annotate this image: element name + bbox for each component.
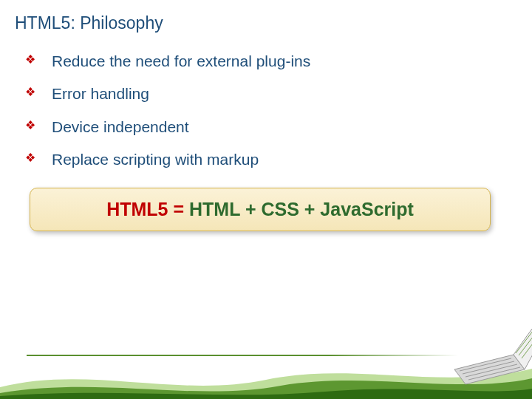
list-item: Reduce the need for external plug-ins <box>25 51 505 72</box>
highlight-rest: HTML + CSS + JavaScript <box>189 199 414 219</box>
decorative-wave <box>0 358 532 399</box>
highlight-lead: HTML5 = <box>106 199 189 219</box>
list-item: Device independent <box>25 117 505 137</box>
svg-line-6 <box>463 361 514 374</box>
svg-line-7 <box>466 364 517 377</box>
list-item: Error handling <box>25 83 505 104</box>
svg-line-5 <box>460 358 511 371</box>
svg-marker-0 <box>454 355 525 384</box>
svg-line-8 <box>468 367 520 380</box>
footer-rule <box>27 355 458 356</box>
bullet-list: Reduce the need for external plug-ins Er… <box>15 51 505 170</box>
slide: HTML5: Philosophy Reduce the need for ex… <box>0 0 532 399</box>
svg-line-4 <box>522 338 532 358</box>
svg-marker-1 <box>514 329 532 369</box>
slide-title: HTML5: Philosophy <box>15 13 505 33</box>
svg-line-3 <box>519 333 532 355</box>
highlight-box: HTML5 = HTML + CSS + JavaScript <box>30 188 491 231</box>
laptop-icon <box>421 325 532 399</box>
svg-line-2 <box>516 330 532 353</box>
list-item: Replace scripting with markup <box>25 149 505 170</box>
